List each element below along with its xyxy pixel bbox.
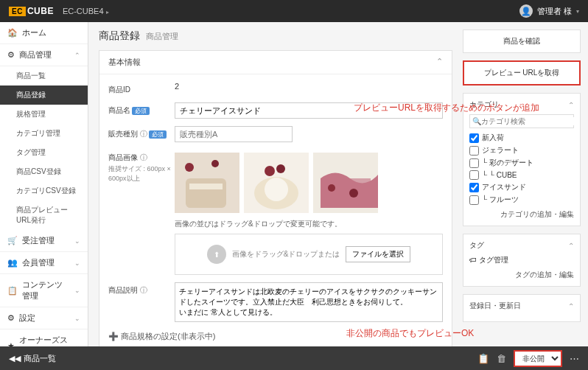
category-checkbox[interactable]: アイスサンド <box>469 182 574 192</box>
topbar: ECCUBE EC-CUBE4 ▸ 👤 管理者 様 ▾ <box>0 0 588 22</box>
sidebar: 🏠 ホーム ⚙ 商品管理⌃ 商品一覧 商品登録 規格管理 カテゴリ管理 タグ管理… <box>0 22 88 346</box>
svg-point-2 <box>211 160 219 167</box>
id-value: 2 <box>175 82 443 91</box>
delete-icon[interactable]: 🗑 <box>497 353 506 364</box>
sidebar-sub-csv[interactable]: 商品CSV登録 <box>0 162 88 181</box>
svg-rect-4 <box>189 184 223 189</box>
product-image[interactable] <box>244 153 309 213</box>
sidebar-sub-tag[interactable]: タグ管理 <box>0 143 88 162</box>
file-select-button[interactable]: ファイルを選択 <box>346 246 410 262</box>
drop-note: 画像の並びはドラッグ&ドロップで変更可能です。 <box>175 219 443 229</box>
bottombar: ◀◀ 商品一覧 📋 🗑 非公開 ⋯ <box>0 346 588 370</box>
sidebar-item-setting[interactable]: ⚙ 設定⌄ <box>0 307 88 329</box>
category-checkbox[interactable]: 新入荷 <box>469 133 574 143</box>
preview-url-button[interactable]: プレビュー URLを取得 <box>463 60 581 85</box>
svg-rect-3 <box>186 178 226 208</box>
collapse-icon[interactable]: ⌃ <box>436 57 443 66</box>
category-search[interactable]: 🔍 <box>469 114 574 128</box>
sidebar-item-member[interactable]: 👥 会員管理⌄ <box>0 252 88 274</box>
sidebar-item-product[interactable]: ⚙ 商品管理⌃ <box>0 44 88 66</box>
more-icon[interactable]: ⋯ <box>570 353 579 364</box>
category-card: カテゴリ⌃ 🔍 新入荷 ジェラート └ 彩のデザート └ └ CUBE アイスサ… <box>463 93 581 226</box>
svg-point-7 <box>265 166 275 176</box>
image-list <box>175 153 443 213</box>
saletype-input[interactable] <box>175 126 293 142</box>
main-content: 商品登録 商品管理 基本情報⌃ 商品ID2 商品名必須 販売種別 ⓘ必須 商品画… <box>88 22 463 346</box>
sidebar-item-home[interactable]: 🏠 ホーム <box>0 22 88 44</box>
user-menu[interactable]: 👤 管理者 様 ▾ <box>519 4 579 18</box>
image-label: 商品画像 ⓘ推奨サイズ : 600px × 600px以上 <box>108 150 175 184</box>
category-checkbox[interactable]: └ └ CUBE <box>469 170 574 180</box>
svg-point-9 <box>265 178 288 201</box>
sidebar-item-order[interactable]: 🛒 受注管理⌄ <box>0 230 88 252</box>
collapse-icon[interactable]: ⌃ <box>568 302 574 310</box>
svg-point-12 <box>328 184 335 192</box>
category-checkbox[interactable]: ジェラート <box>469 145 574 156</box>
logo: ECCUBE <box>9 6 54 16</box>
date-card: 登録日・更新日⌃ <box>463 294 581 322</box>
desc-textarea[interactable]: チェリーアイスサンドは北欧麦のチェリーのアイスをサクサクのクッキーサンドしたスイ… <box>175 282 443 322</box>
back-button[interactable]: ◀◀ 商品一覧 <box>9 353 56 364</box>
user-icon: 👤 <box>519 4 533 18</box>
spec-toggle[interactable]: ➕ 商品規格の設定(非表示中) <box>108 331 443 342</box>
saletype-label: 販売種別 ⓘ必須 <box>108 126 175 139</box>
svg-point-13 <box>349 189 358 198</box>
collapse-icon[interactable]: ⌃ <box>568 101 574 109</box>
breadcrumb[interactable]: EC-CUBE4 ▸ <box>63 7 109 15</box>
confirm-button[interactable]: 商品を確認 <box>463 29 581 53</box>
product-image[interactable] <box>175 153 239 213</box>
upload-icon: ⬆ <box>207 245 226 264</box>
tag-card: タグ⌃ 🏷 タグ管理 タグの追加・編集 <box>463 234 581 287</box>
svg-point-8 <box>276 164 285 173</box>
name-label: 商品名必須 <box>108 102 175 116</box>
svg-point-1 <box>185 163 194 172</box>
panel-head: 基本情報⌃ <box>99 51 452 74</box>
product-image[interactable] <box>313 153 378 213</box>
category-edit-link[interactable]: カテゴリの追加・編集 <box>469 209 574 220</box>
collapse-icon[interactable]: ⌃ <box>568 242 574 250</box>
sidebar-item-content[interactable]: 📋 コンテンツ管理⌄ <box>0 274 88 307</box>
id-label: 商品ID <box>108 82 175 95</box>
dropzone[interactable]: ⬆ 画像をドラッグ&ドロップまたは ファイルを選択 <box>175 234 443 275</box>
sidebar-item-store[interactable]: ★ オーナーズストア⌄ <box>0 329 88 346</box>
publish-select[interactable]: 非公開 <box>514 350 562 367</box>
category-checkbox[interactable]: └ 彩のデザート <box>469 158 574 168</box>
copy-icon[interactable]: 📋 <box>477 353 489 364</box>
tag-edit-link[interactable]: タグの追加・編集 <box>469 270 574 280</box>
page-title: 商品登録 商品管理 <box>99 29 452 43</box>
category-checkbox[interactable]: └ フルーツ <box>469 195 574 205</box>
category-search-input[interactable] <box>481 117 575 125</box>
sidebar-sub-spec[interactable]: 規格管理 <box>0 105 88 124</box>
sidebar-sub-category[interactable]: カテゴリ管理 <box>0 124 88 143</box>
tag-mgmt[interactable]: 🏷 タグ管理 <box>469 255 574 265</box>
basic-info-panel: 基本情報⌃ 商品ID2 商品名必須 販売種別 ⓘ必須 商品画像 ⓘ推奨サイズ :… <box>99 50 452 346</box>
sidebar-sub-register[interactable]: 商品登録 <box>0 85 88 105</box>
sidebar-sub-catcsv[interactable]: カテゴリCSV登録 <box>0 181 88 200</box>
search-icon: 🔍 <box>472 117 481 125</box>
name-input[interactable] <box>175 102 443 119</box>
desc-label: 商品説明 ⓘ <box>108 282 175 296</box>
sidebar-sub-list[interactable]: 商品一覧 <box>0 66 88 85</box>
right-column: 商品を確認 プレビュー URLを取得 カテゴリ⌃ 🔍 新入荷 ジェラート └ 彩… <box>463 22 588 346</box>
sidebar-sub-preview[interactable]: 商品プレビューURL発行 <box>0 200 88 230</box>
